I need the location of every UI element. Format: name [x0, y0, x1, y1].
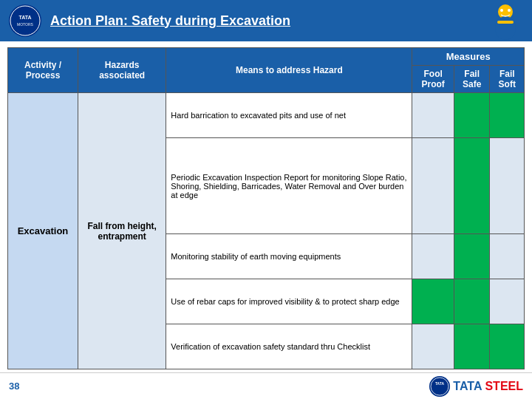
cell-means-3: Monitoring stability of earth moving equ… — [166, 234, 412, 279]
cell-failsafe-2 — [454, 137, 490, 233]
cell-foolproof-4 — [412, 279, 454, 324]
table-row: Excavation Fall from height, entrapment … — [8, 93, 525, 138]
svg-text:TATA: TATA — [435, 381, 445, 386]
cell-foolproof-1 — [412, 93, 454, 138]
col-subheader-foolproof: Fool Proof — [412, 66, 454, 93]
svg-text:TATA: TATA — [18, 15, 31, 20]
svg-point-0 — [9, 4, 41, 37]
page-number: 38 — [9, 381, 19, 392]
cell-failsoft-2 — [490, 137, 525, 233]
cell-foolproof-3 — [412, 234, 454, 279]
brand-steel: STEEL — [485, 380, 523, 393]
cell-activity: Excavation — [8, 93, 78, 369]
col-header-activity: Activity / Process — [8, 48, 78, 93]
cell-failsoft-3 — [490, 234, 525, 279]
svg-point-7 — [500, 9, 503, 12]
cell-failsafe-1 — [454, 93, 490, 138]
col-header-measures: Measures — [412, 48, 525, 66]
footer: 38 TATA TATA STEEL — [0, 372, 532, 399]
page: TATA MOTORS Action Plan: Safety during E… — [0, 0, 532, 399]
cell-hazard: Fall from height, entrapment — [78, 93, 166, 369]
col-header-hazards: Hazards associated — [78, 48, 166, 93]
col-header-means: Means to address Hazard — [166, 48, 412, 93]
svg-point-8 — [508, 9, 511, 12]
brand-tata: TATA — [453, 380, 482, 393]
cell-failsafe-3 — [454, 234, 490, 279]
main-content: Activity / Process Hazards associated Me… — [0, 41, 532, 372]
logo-area: TATA MOTORS — [9, 4, 41, 37]
mascot-icon — [486, 1, 525, 40]
col-subheader-failsafe: Fail Safe — [454, 66, 490, 93]
tata-steel-icon: TATA — [429, 376, 450, 397]
safety-table: Activity / Process Hazards associated Me… — [7, 47, 525, 369]
page-title: Action Plan: Safety during Excavation — [50, 13, 290, 29]
cell-means-2: Periodic Excavation Inspection Report fo… — [166, 137, 412, 233]
cell-means-1: Hard barrication to excavated pits and u… — [166, 93, 412, 138]
col-subheader-failsoft: Fail Soft — [490, 66, 525, 93]
cell-failsoft-5 — [490, 324, 525, 369]
cell-means-4: Use of rebar caps for improved visibilit… — [166, 279, 412, 324]
cell-failsoft-1 — [490, 93, 525, 138]
svg-rect-9 — [497, 21, 514, 24]
cell-foolproof-5 — [412, 324, 454, 369]
tata-steel-logo: TATA TATA STEEL — [429, 376, 523, 397]
cell-failsafe-5 — [454, 324, 490, 369]
svg-point-6 — [495, 16, 516, 40]
tata-logo-icon: TATA MOTORS — [9, 4, 41, 37]
cell-foolproof-2 — [412, 137, 454, 233]
svg-point-10 — [429, 376, 450, 397]
svg-text:MOTORS: MOTORS — [17, 22, 34, 27]
cell-failsafe-4 — [454, 279, 490, 324]
cell-failsoft-4 — [490, 279, 525, 324]
header: TATA MOTORS Action Plan: Safety during E… — [0, 0, 532, 41]
cell-means-5: Verification of excavation safety standa… — [166, 324, 412, 369]
